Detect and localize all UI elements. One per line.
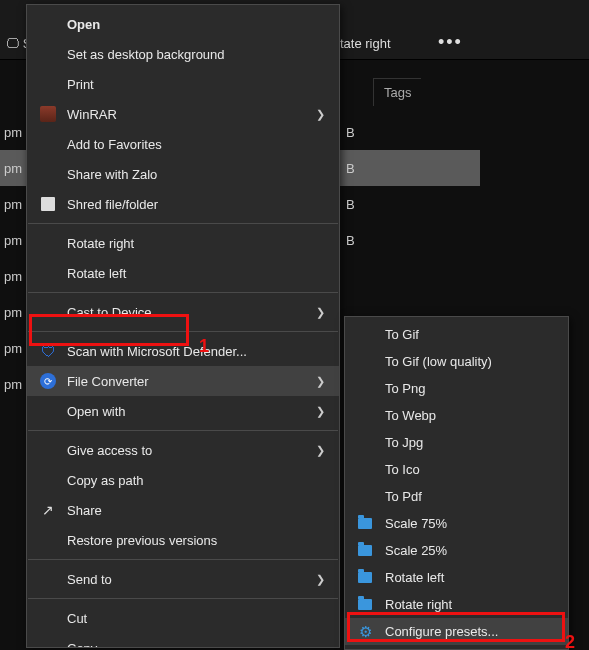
more-icon[interactable]: ••• — [438, 32, 463, 53]
menu-item-winrar[interactable]: WinRAR❯ — [27, 99, 339, 129]
menu-separator — [28, 331, 338, 332]
chevron-right-icon: ❯ — [316, 108, 325, 121]
menu-item-open-with[interactable]: Open with❯ — [27, 396, 339, 426]
tags-column-header[interactable]: Tags — [373, 78, 421, 106]
menu-separator — [28, 559, 338, 560]
menu-item-copy[interactable]: Copy — [27, 633, 339, 648]
menu-item-label: Cut — [67, 611, 87, 626]
menu-item-label: Cast to Device — [67, 305, 152, 320]
menu-item-scan-with-microsoft-defender[interactable]: 🛡Scan with Microsoft Defender... — [27, 336, 339, 366]
annotation-number-1: 1 — [199, 336, 209, 357]
submenu-item-to-pdf[interactable]: To Pdf — [345, 483, 568, 510]
folder-icon — [357, 543, 373, 559]
submenu-item-to-gif-low-quality[interactable]: To Gif (low quality) — [345, 348, 568, 375]
chevron-right-icon: ❯ — [316, 573, 325, 586]
menu-item-label: Give access to — [67, 443, 152, 458]
file-converter-submenu: To GifTo Gif (low quality)To PngTo WebpT… — [344, 316, 569, 650]
submenu-item-rotate-right[interactable]: Rotate right — [345, 591, 568, 618]
menu-item-copy-as-path[interactable]: Copy as path — [27, 465, 339, 495]
menu-item-label: Copy — [67, 641, 97, 649]
menu-item-cast-to-device[interactable]: Cast to Device❯ — [27, 297, 339, 327]
menu-item-restore-previous-versions[interactable]: Restore previous versions — [27, 525, 339, 555]
menu-item-label: WinRAR — [67, 107, 117, 122]
chevron-right-icon: ❯ — [316, 375, 325, 388]
submenu-item-to-gif[interactable]: To Gif — [345, 321, 568, 348]
annotation-number-2: 2 — [565, 632, 575, 650]
submenu-item-label: Configure presets... — [385, 624, 498, 639]
folder-icon — [357, 570, 373, 586]
submenu-item-to-webp[interactable]: To Webp — [345, 402, 568, 429]
menu-item-label: Rotate left — [67, 266, 126, 281]
submenu-item-label: To Pdf — [385, 489, 422, 504]
submenu-item-label: To Webp — [385, 408, 436, 423]
submenu-item-scale-75[interactable]: Scale 75% — [345, 510, 568, 537]
winrar-icon — [39, 105, 57, 123]
rotate-right-fragment[interactable]: tate right — [340, 36, 391, 51]
menu-item-share[interactable]: ↗Share — [27, 495, 339, 525]
menu-item-file-converter[interactable]: ⟳File Converter❯ — [27, 366, 339, 396]
menu-item-share-with-zalo[interactable]: Share with Zalo — [27, 159, 339, 189]
menu-item-set-as-desktop-background[interactable]: Set as desktop background — [27, 39, 339, 69]
menu-separator — [28, 292, 338, 293]
menu-separator — [28, 430, 338, 431]
menu-item-label: Open — [67, 17, 100, 32]
submenu-item-label: To Ico — [385, 462, 420, 477]
menu-item-label: File Converter — [67, 374, 149, 389]
submenu-item-rotate-left[interactable]: Rotate left — [345, 564, 568, 591]
menu-item-label: Restore previous versions — [67, 533, 217, 548]
menu-item-give-access-to[interactable]: Give access to❯ — [27, 435, 339, 465]
submenu-item-label: Scale 25% — [385, 543, 447, 558]
submenu-item-to-ico[interactable]: To Ico — [345, 456, 568, 483]
context-menu: OpenSet as desktop backgroundPrintWinRAR… — [26, 4, 340, 648]
submenu-item-to-jpg[interactable]: To Jpg — [345, 429, 568, 456]
shield-icon: 🛡 — [39, 342, 57, 360]
menu-item-send-to[interactable]: Send to❯ — [27, 564, 339, 594]
menu-item-label: Set as desktop background — [67, 47, 225, 62]
submenu-item-label: To Png — [385, 381, 425, 396]
submenu-item-label: To Jpg — [385, 435, 423, 450]
menu-item-label: Shred file/folder — [67, 197, 158, 212]
menu-item-label: Copy as path — [67, 473, 144, 488]
submenu-item-to-png[interactable]: To Png — [345, 375, 568, 402]
menu-item-cut[interactable]: Cut — [27, 603, 339, 633]
chevron-right-icon: ❯ — [316, 306, 325, 319]
menu-item-add-to-favorites[interactable]: Add to Favorites — [27, 129, 339, 159]
fc-icon: ⟳ — [39, 372, 57, 390]
submenu-item-label: Rotate right — [385, 597, 452, 612]
menu-item-rotate-right[interactable]: Rotate right — [27, 228, 339, 258]
menu-item-label: Add to Favorites — [67, 137, 162, 152]
menu-item-open[interactable]: Open — [27, 9, 339, 39]
menu-separator — [28, 223, 338, 224]
chevron-right-icon: ❯ — [316, 405, 325, 418]
submenu-item-scale-25[interactable]: Scale 25% — [345, 537, 568, 564]
submenu-item-label: Scale 75% — [385, 516, 447, 531]
share-icon: ↗ — [39, 501, 57, 519]
menu-item-label: Share with Zalo — [67, 167, 157, 182]
menu-separator — [28, 598, 338, 599]
shred-icon — [39, 195, 57, 213]
menu-item-label: Open with — [67, 404, 126, 419]
menu-item-shred-file-folder[interactable]: Shred file/folder — [27, 189, 339, 219]
menu-item-label: Send to — [67, 572, 112, 587]
menu-item-print[interactable]: Print — [27, 69, 339, 99]
folder-icon — [357, 516, 373, 532]
menu-item-label: Scan with Microsoft Defender... — [67, 344, 247, 359]
submenu-item-label: Rotate left — [385, 570, 444, 585]
menu-item-rotate-left[interactable]: Rotate left — [27, 258, 339, 288]
menu-item-label: Rotate right — [67, 236, 134, 251]
chevron-right-icon: ❯ — [316, 444, 325, 457]
gear-icon: ⚙ — [357, 624, 373, 640]
submenu-item-configure-presets[interactable]: ⚙Configure presets... — [345, 618, 568, 645]
submenu-item-label: To Gif (low quality) — [385, 354, 492, 369]
menu-item-label: Print — [67, 77, 94, 92]
submenu-item-label: To Gif — [385, 327, 419, 342]
folder-icon — [357, 597, 373, 613]
menu-item-label: Share — [67, 503, 102, 518]
